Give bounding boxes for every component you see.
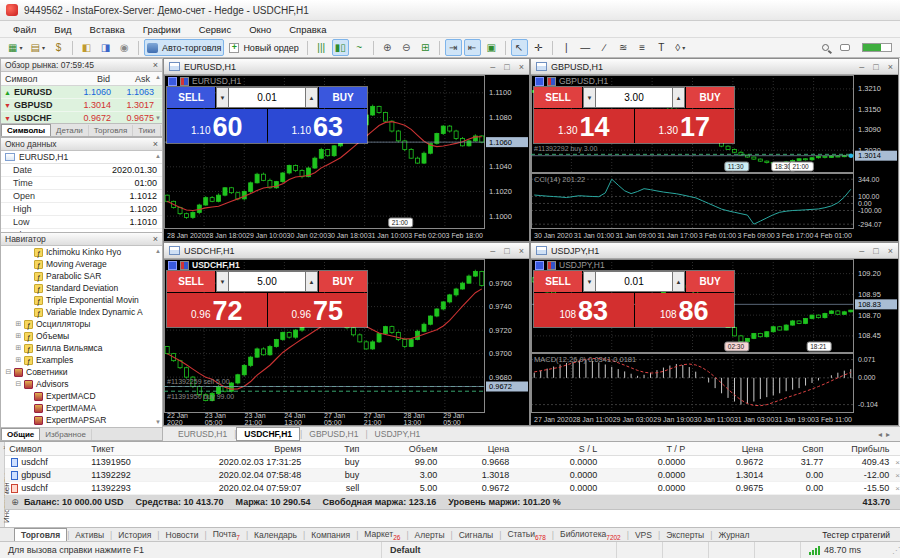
candle-chart-icon[interactable]: ▮▯ [332, 39, 349, 56]
chart-tab-gbpusd[interactable]: GBPUSD,H1 [302, 428, 365, 440]
trade-column-1[interactable]: Символ [5, 444, 87, 454]
navigator-item[interactable]: ExpertMAPSAR [1, 414, 162, 426]
sell-price[interactable]: 10883 [534, 293, 634, 327]
chat-icon[interactable] [836, 39, 853, 56]
trade-row[interactable]: gbpusd113922922020.02.04 07:58:48buy3.00… [5, 469, 900, 482]
one-click-trading-icon[interactable] [535, 77, 544, 86]
sell-button[interactable]: SELL [534, 271, 582, 292]
trade-column-2[interactable]: Тикет [87, 444, 165, 454]
chart-canvas[interactable]: 109.20108.95108.70108.45108.8302:3018:21… [531, 259, 898, 425]
status-profile[interactable]: Default [381, 542, 616, 558]
new-order-button[interactable]: +Новый ордер [226, 39, 301, 56]
line-chart-icon[interactable]: ~ [351, 39, 368, 56]
channel-icon[interactable]: ≡ [634, 39, 651, 56]
close-position-icon[interactable]: × [895, 484, 900, 493]
volume-up-icon[interactable]: ▲ [305, 271, 318, 292]
toolbox-tab-компания[interactable]: Компания [305, 529, 356, 541]
trendline-icon[interactable]: ∕ [596, 39, 613, 56]
navigator-item[interactable]: ƒTriple Exponential Movin [1, 294, 162, 306]
toolbox-tab-vps[interactable]: VPS [629, 529, 658, 541]
navigator-item[interactable]: ƒIchimoku Kinko Hyo [1, 246, 162, 258]
symbols-icon[interactable]: $ [50, 39, 67, 56]
hline-icon[interactable]: — [577, 39, 594, 56]
vline-icon[interactable]: | [558, 39, 575, 56]
scroll-down-icon[interactable]: ▼ [155, 115, 161, 121]
chart-window-titlebar[interactable]: USDCHF,H1–□× [164, 243, 529, 259]
trade-column-4[interactable]: Тип [305, 444, 363, 454]
chart-window-eurusd[interactable]: EURUSD,H1–□×1.11001.10801.10601.10401.10… [163, 58, 530, 242]
toolbox-tab-библиотека[interactable]: Библиотека7202 [554, 528, 627, 542]
volume-up-icon[interactable]: ▲ [672, 271, 685, 292]
menu-item-вставка[interactable]: Вставка [81, 23, 134, 36]
navigator-item[interactable]: ƒStandard Deviation [1, 282, 162, 294]
volume-down-icon[interactable]: ▼ [583, 87, 596, 108]
close-icon[interactable]: × [153, 234, 158, 244]
connection-meter[interactable] [855, 39, 895, 56]
chart-tab-eurusd[interactable]: EURUSD,H1 [171, 428, 234, 440]
navigator-item[interactable]: ƒParabolic SAR [1, 270, 162, 282]
trade-column-6[interactable]: Цена [441, 444, 513, 454]
buy-price[interactable]: 0.9675 [268, 293, 368, 327]
expand-icon[interactable]: ⊕ [11, 497, 19, 507]
navigator-tab-1[interactable]: Общие [1, 428, 40, 440]
trade-column-3[interactable]: Время [165, 444, 305, 454]
volume-up-icon[interactable]: ▲ [305, 87, 318, 108]
menu-item-сервис[interactable]: Сервис [190, 23, 241, 36]
trade-column-7[interactable]: S / L [513, 444, 601, 454]
new-chart-icon[interactable]: ▦▾ [5, 39, 25, 56]
close-icon[interactable]: × [519, 246, 524, 256]
toolbox-tab-сигналы[interactable]: Сигналы [453, 529, 499, 541]
column-header-ask[interactable]: Ask [114, 74, 154, 84]
volume-stepper[interactable]: ▼0.01▲ [583, 271, 685, 292]
bar-chart-icon[interactable]: ||| [313, 39, 330, 56]
trade-column-8[interactable]: T / P [601, 444, 689, 454]
sell-price[interactable]: 1.1060 [167, 109, 267, 143]
autotrade-button[interactable]: Авто-торговля [144, 39, 224, 56]
menu-item-файл[interactable]: Файл [4, 23, 45, 36]
maximize-icon[interactable]: □ [504, 246, 509, 256]
navigator-tab-2[interactable]: Избранное [40, 429, 92, 440]
depth-of-market-icon[interactable] [180, 261, 189, 270]
volume-stepper[interactable]: ▼5.00▲ [216, 271, 318, 292]
chart-tab-usdjpy[interactable]: USDJPY,H1 [368, 428, 428, 440]
volume-value[interactable]: 0.01 [229, 87, 305, 108]
close-position-icon[interactable]: × [895, 458, 900, 467]
sell-button[interactable]: SELL [167, 87, 215, 108]
close-icon[interactable]: × [888, 62, 893, 72]
buy-button[interactable]: BUY [686, 87, 734, 108]
fibo-icon[interactable]: ≋ [615, 39, 632, 56]
toolbox-tab-активы[interactable]: Активы [69, 529, 110, 541]
toolbox-tab-история[interactable]: История [112, 529, 157, 541]
chart-window-gbpusd[interactable]: GBPUSD,H1–□×1.32101.31501.30901.3030#113… [530, 58, 899, 242]
trade-column-5[interactable]: Объем [363, 444, 441, 454]
scroll-up-icon[interactable]: ▲ [155, 153, 161, 159]
toolbox-tab-алерты[interactable]: Алерты [409, 529, 451, 541]
tile-windows-icon[interactable]: ⊞ [417, 39, 434, 56]
volume-value[interactable]: 0.01 [596, 271, 672, 292]
autoscroll-icon[interactable]: ⇥ [445, 39, 462, 56]
chart-canvas[interactable]: 1.32101.31501.30901.3030#11392292 buy 3.… [531, 75, 898, 241]
volume-value[interactable]: 3.00 [596, 87, 672, 108]
crosshair-icon[interactable]: ✛ [530, 39, 547, 56]
market-watch-icon[interactable]: ◧ [78, 39, 95, 56]
navigator-item[interactable]: ⊟Советники [1, 366, 162, 378]
navigator-item[interactable]: ExpertMAMA [1, 402, 162, 414]
signal-icon[interactable]: ◉ [116, 39, 133, 56]
navigator-item[interactable]: ⊞ƒБилла Вильямса [1, 342, 162, 354]
navigator-item[interactable]: ⊞ƒОбъемы [1, 330, 162, 342]
buy-price[interactable]: 1.1063 [268, 109, 368, 143]
market-watch-tab-4[interactable]: Тики [133, 125, 161, 136]
trade-row[interactable]: usdchf113919502020.02.03 17:31:25buy99.0… [5, 456, 900, 469]
navigator-item[interactable]: ExpertMACD [1, 390, 162, 402]
chart-canvas[interactable]: 1.11001.10801.10601.10401.10201.10001.10… [164, 75, 529, 241]
close-icon[interactable]: × [888, 246, 893, 256]
volume-down-icon[interactable]: ▼ [216, 271, 229, 292]
trade-column-9[interactable]: Цена [689, 444, 767, 454]
chart-tab-usdchf[interactable]: USDCHF,H1 [236, 427, 300, 441]
chart-window-usdjpy[interactable]: USDJPY,H1–□×109.20108.95108.70108.45108.… [530, 242, 899, 426]
toolbox-tab-маркет[interactable]: Маркет26 [358, 528, 406, 542]
depth-of-market-icon[interactable] [180, 77, 189, 86]
trade-row[interactable]: usdchf113922932020.02.04 07:59:07sell5.0… [5, 482, 900, 495]
menu-item-окно[interactable]: Окно [240, 23, 280, 36]
maximize-icon[interactable]: □ [504, 62, 509, 72]
